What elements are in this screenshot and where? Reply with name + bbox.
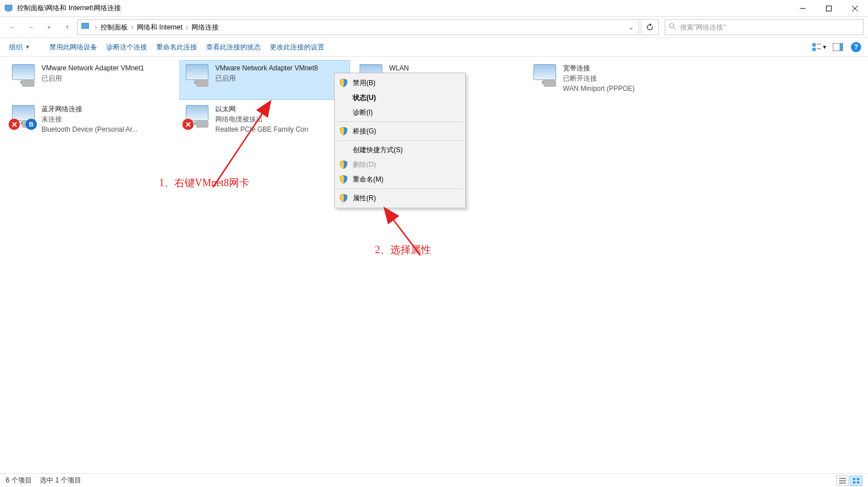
nav-row: ← → ▾ ↑ › 控制面板 › 网络和 Internet › 网络连接 ⌄ xyxy=(0,17,868,37)
svg-point-7 xyxy=(669,23,674,28)
context-menu: 禁用(B)状态(U)诊断(I)桥接(G)创建快捷方式(S)删除(D)重命名(M)… xyxy=(334,73,466,208)
context-menu-item: 删除(D) xyxy=(336,157,464,172)
context-menu-item[interactable]: 桥接(G) xyxy=(336,124,464,138)
search-icon xyxy=(669,23,677,32)
app-icon xyxy=(5,4,14,13)
context-menu-item[interactable]: 状态(U) xyxy=(336,90,464,105)
status-bar: 6 个项目 选中 1 个项目 xyxy=(0,473,868,487)
network-adapter-item[interactable]: VMware Network Adapter VMnet8已启用 xyxy=(180,60,350,100)
svg-rect-6 xyxy=(82,23,89,28)
adapter-icon xyxy=(530,63,560,90)
svg-rect-14 xyxy=(840,44,843,51)
breadcrumb-item[interactable]: 网络连接 xyxy=(189,20,221,35)
menu-separator xyxy=(337,140,463,141)
adapter-device: WAN Miniport (PPPOE) xyxy=(563,83,635,94)
view-options-button[interactable]: ▼ xyxy=(812,40,827,54)
help-button[interactable]: ? xyxy=(849,40,863,54)
menu-item-label: 诊断(I) xyxy=(353,108,373,117)
adapter-status: 未连接 xyxy=(41,114,137,124)
menu-item-label: 删除(D) xyxy=(353,160,376,170)
recent-dropdown[interactable]: ▾ xyxy=(41,19,57,35)
menu-item-label: 属性(R) xyxy=(353,194,376,203)
chevron-right-icon[interactable]: › xyxy=(185,23,189,31)
search-box[interactable] xyxy=(665,19,863,35)
svg-rect-0 xyxy=(5,5,12,10)
context-menu-item[interactable]: 属性(R) xyxy=(336,191,464,205)
adapter-title: VMware Network Adapter VMnet1 xyxy=(41,63,144,73)
content-area: VMware Network Adapter VMnet1已启用VMware N… xyxy=(0,57,868,473)
network-adapter-item[interactable]: VMware Network Adapter VMnet1已启用 xyxy=(6,60,176,100)
adapter-icon xyxy=(182,63,212,90)
toolbar-change-settings[interactable]: 更改此连接的设置 xyxy=(265,39,329,56)
details-view-button[interactable] xyxy=(836,476,849,486)
maximize-button[interactable] xyxy=(816,0,842,17)
adapter-title: 宽带连接 xyxy=(563,63,635,73)
context-menu-item[interactable]: 创建快捷方式(S) xyxy=(336,142,464,157)
svg-rect-9 xyxy=(812,43,816,47)
svg-rect-12 xyxy=(817,48,821,49)
search-input[interactable] xyxy=(680,23,859,31)
menu-item-label: 桥接(G) xyxy=(353,127,376,136)
toolbar-diagnose[interactable]: 诊断这个连接 xyxy=(102,39,152,56)
svg-rect-11 xyxy=(812,48,816,51)
chevron-down-icon: ▼ xyxy=(25,44,30,50)
forward-button[interactable]: → xyxy=(23,19,39,35)
back-button[interactable]: ← xyxy=(5,19,20,35)
preview-pane-button[interactable] xyxy=(831,40,845,54)
address-dropdown[interactable]: ⌄ xyxy=(625,23,637,31)
chevron-right-icon[interactable]: › xyxy=(130,23,135,31)
svg-rect-22 xyxy=(853,481,856,484)
adapter-title: WLAN xyxy=(389,63,432,73)
address-bar[interactable]: › 控制面板 › 网络和 Internet › 网络连接 ⌄ xyxy=(77,19,639,35)
svg-rect-1 xyxy=(7,11,10,12)
context-menu-item[interactable]: 禁用(B) xyxy=(336,75,464,90)
adapter-title: 蓝牙网络连接 xyxy=(41,104,137,114)
chevron-right-icon[interactable]: › xyxy=(94,23,98,31)
breadcrumb-item[interactable]: 网络和 Internet xyxy=(135,20,185,35)
network-adapter-item[interactable]: 宽带连接已断开连接WAN Miniport (PPPOE) xyxy=(527,60,698,100)
menu-separator xyxy=(337,121,463,122)
adapter-title: VMware Network Adapter VMnet8 xyxy=(215,63,318,73)
adapter-status: 已断开连接 xyxy=(563,73,635,83)
toolbar-disable-device[interactable]: 禁用此网络设备 xyxy=(45,39,102,56)
uac-shield-icon xyxy=(339,127,348,136)
context-menu-item[interactable]: 诊断(I) xyxy=(336,105,464,120)
toolbar-rename[interactable]: 重命名此连接 xyxy=(152,39,202,56)
close-button[interactable] xyxy=(842,0,868,17)
titlebar: 控制面板\网络和 Internet\网络连接 xyxy=(0,0,868,17)
svg-rect-19 xyxy=(839,482,846,484)
network-adapter-item[interactable]: ✕B蓝牙网络连接未连接Bluetooth Device (Personal Ar… xyxy=(6,101,176,141)
tiles-view-button[interactable] xyxy=(850,476,862,486)
minimize-button[interactable] xyxy=(790,0,816,17)
uac-shield-icon xyxy=(339,160,348,169)
up-button[interactable]: ↑ xyxy=(59,19,75,35)
menu-item-label: 重命名(M) xyxy=(353,175,383,184)
annotation-text-2: 2、选择属性 xyxy=(375,243,431,257)
status-selection: 选中 1 个项目 xyxy=(40,476,81,485)
adapter-status: 已启用 xyxy=(41,73,144,83)
refresh-button[interactable] xyxy=(641,19,659,35)
uac-shield-icon xyxy=(339,175,348,184)
svg-line-8 xyxy=(674,27,676,30)
organize-menu[interactable]: 组织▼ xyxy=(5,39,35,56)
svg-rect-23 xyxy=(857,481,859,484)
svg-rect-17 xyxy=(839,478,846,479)
svg-rect-21 xyxy=(857,478,859,480)
breadcrumb-item[interactable]: 控制面板 xyxy=(98,20,130,35)
location-icon xyxy=(81,22,91,32)
adapter-icon xyxy=(9,63,38,90)
adapter-status: 已启用 xyxy=(215,73,318,83)
toolbar-view-status[interactable]: 查看此连接的状态 xyxy=(202,39,265,56)
svg-rect-3 xyxy=(827,6,832,11)
menu-item-label: 创建快捷方式(S) xyxy=(353,145,403,155)
context-menu-item[interactable]: 重命名(M) xyxy=(336,172,464,187)
adapter-device: Bluetooth Device (Personal Ar... xyxy=(41,124,137,135)
command-bar: 组织▼ 禁用此网络设备 诊断这个连接 重命名此连接 查看此连接的状态 更改此连接… xyxy=(0,37,868,57)
svg-line-15 xyxy=(213,102,270,187)
menu-separator xyxy=(337,188,463,189)
chevron-down-icon: ▼ xyxy=(822,44,827,50)
uac-shield-icon xyxy=(339,194,348,203)
menu-item-label: 禁用(B) xyxy=(353,78,375,88)
adapter-icon: ✕B xyxy=(9,104,38,131)
menu-item-label: 状态(U) xyxy=(353,93,376,103)
